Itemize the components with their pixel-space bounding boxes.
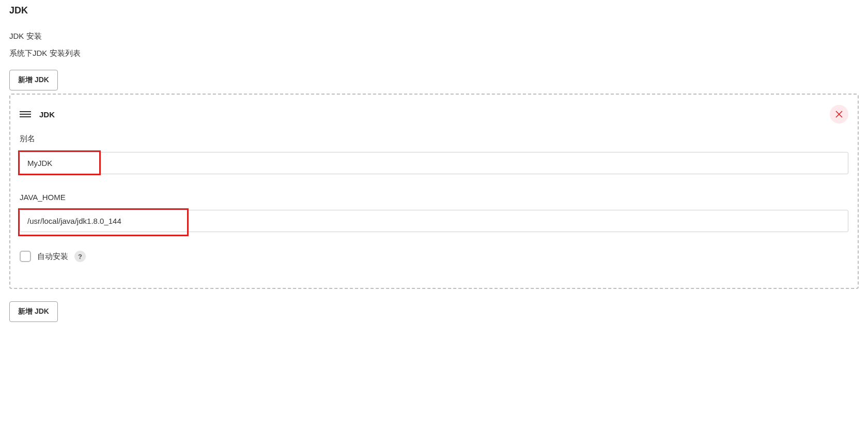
- close-icon: [835, 111, 843, 118]
- alias-input[interactable]: [20, 152, 848, 174]
- drag-handle-icon[interactable]: [20, 109, 31, 120]
- installation-title: JDK: [39, 110, 55, 119]
- alias-input-wrap: [20, 152, 848, 174]
- installation-header: JDK: [20, 105, 848, 124]
- close-button[interactable]: [830, 105, 848, 124]
- add-jdk-button-top[interactable]: 新增 JDK: [9, 70, 58, 90]
- auto-install-label: 自动安装: [37, 252, 68, 262]
- page-title: JDK: [9, 5, 859, 16]
- auto-install-row: 自动安装 ?: [20, 251, 848, 262]
- installation-header-left: JDK: [20, 109, 55, 120]
- alias-label: 别名: [20, 134, 848, 144]
- section-subtitle: JDK 安装: [9, 32, 859, 41]
- add-jdk-button-bottom[interactable]: 新增 JDK: [9, 301, 58, 322]
- java-home-input-wrap: [20, 210, 848, 232]
- java-home-label: JAVA_HOME: [20, 193, 848, 202]
- jdk-installation-panel: JDK 别名 JAVA_HOME 自动安装 ?: [9, 94, 859, 289]
- section-description: 系统下JDK 安装列表: [9, 49, 859, 58]
- auto-install-checkbox[interactable]: [20, 251, 31, 262]
- java-home-input[interactable]: [20, 210, 848, 232]
- help-icon[interactable]: ?: [74, 251, 86, 262]
